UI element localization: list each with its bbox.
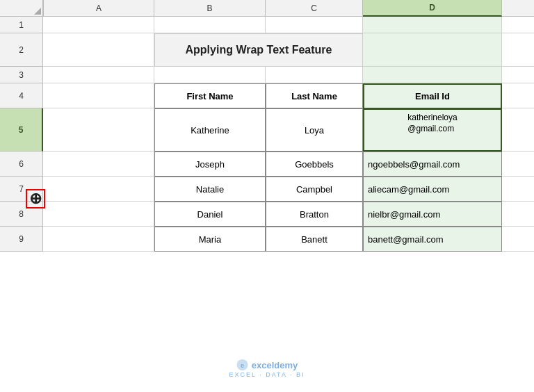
cell-c3[interactable] — [266, 67, 363, 83]
spreadsheet: A B C D E 1 2 3 4 5 6 7 8 9 — [0, 0, 534, 392]
cell-d2[interactable] — [363, 33, 502, 67]
cell-c8[interactable]: Bratton — [266, 202, 363, 227]
col-header-a[interactable]: A — [43, 0, 154, 17]
col-header-c[interactable]: C — [266, 0, 363, 17]
cell-b3[interactable] — [154, 67, 266, 83]
grid-row-5: Katherine Loya katherineloya@gmail.com — [43, 108, 534, 152]
cell-a4[interactable] — [43, 83, 154, 108]
cell-c9[interactable]: Banett — [266, 227, 363, 252]
row-header-9[interactable]: 9 — [0, 227, 43, 252]
grid-row-3 — [43, 67, 534, 83]
grid-row-1 — [43, 17, 534, 33]
cell-d8-value: nielbr@gmail.com — [368, 209, 440, 220]
cell-e7[interactable] — [502, 177, 534, 202]
svg-point-0 — [237, 359, 248, 370]
header-lastname: Last Name — [291, 91, 337, 101]
cell-c5-value: Loya — [305, 125, 324, 136]
grid-row-8: Daniel Bratton nielbr@gmail.com — [43, 202, 534, 227]
cell-b9-value: Maria — [199, 234, 222, 245]
row-header-1[interactable]: 1 — [0, 17, 43, 33]
row-header-6[interactable]: 6 — [0, 152, 43, 177]
cell-b9[interactable]: Maria — [154, 227, 266, 252]
watermark-tagline: EXCEL · DATA · BI — [229, 371, 305, 378]
col-header-e[interactable]: E — [502, 0, 534, 17]
col-header-d[interactable]: D — [363, 0, 502, 17]
grid-row-2: Applying Wrap Text Feature — [43, 33, 534, 67]
cell-e5[interactable] — [502, 108, 534, 152]
header-email: Email Id — [415, 91, 450, 101]
cell-d7[interactable]: aliecam@gmail.com — [363, 177, 502, 202]
cell-e9[interactable] — [502, 227, 534, 252]
cell-a7[interactable] — [43, 177, 154, 202]
cell-d6-value: ngoebbels@gmail.com — [368, 159, 460, 170]
cell-b1[interactable] — [154, 17, 266, 33]
cell-b4-firstname[interactable]: First Name — [154, 83, 266, 108]
col-header-b[interactable]: B — [154, 0, 266, 17]
watermark-brand: exceldemy — [252, 360, 298, 370]
cell-b5[interactable]: Katherine — [154, 108, 266, 152]
cell-a6[interactable] — [43, 152, 154, 177]
cell-c7-value: Campbel — [296, 184, 332, 195]
cell-d1[interactable] — [363, 17, 502, 33]
cell-b6-value: Joseph — [195, 159, 225, 170]
cell-c8-value: Bratton — [300, 209, 329, 220]
cell-c4-lastname[interactable]: Last Name — [266, 83, 363, 108]
cell-e8[interactable] — [502, 202, 534, 227]
move-border — [26, 189, 45, 209]
row-header-5[interactable]: 5 — [0, 108, 43, 152]
cell-b7[interactable]: Natalie — [154, 177, 266, 202]
cell-e2[interactable] — [502, 33, 534, 67]
grid-row-6: Joseph Goebbels ngoebbels@gmail.com — [43, 152, 534, 177]
cell-c9-value: Banett — [301, 234, 327, 245]
grid-row-7: Natalie Campbel aliecam@gmail.com — [43, 177, 534, 202]
cell-b5-value: Katherine — [191, 125, 229, 136]
spreadsheet-title: Applying Wrap Text Feature — [186, 44, 332, 56]
cell-d7-value: aliecam@gmail.com — [368, 184, 449, 195]
svg-text:e: e — [241, 362, 244, 369]
cell-c6[interactable]: Goebbels — [266, 152, 363, 177]
cell-b8[interactable]: Daniel — [154, 202, 266, 227]
cell-d5[interactable]: katherineloya@gmail.com — [363, 108, 502, 152]
cell-e4[interactable] — [502, 83, 534, 108]
move-cursor-icon: ⊕ — [23, 186, 48, 211]
cell-a3[interactable] — [43, 67, 154, 83]
grid-area: Applying Wrap Text Feature First Name La… — [43, 17, 534, 252]
cell-c6-value: Goebbels — [295, 159, 334, 170]
cell-d6[interactable]: ngoebbels@gmail.com — [363, 152, 502, 177]
cell-b6[interactable]: Joseph — [154, 152, 266, 177]
row-header-3[interactable]: 3 — [0, 67, 43, 83]
column-headers: A B C D E — [43, 0, 534, 17]
watermark-logo-icon: e — [236, 359, 249, 371]
cell-d9-value: banett@gmail.com — [368, 234, 444, 245]
cell-d8[interactable]: nielbr@gmail.com — [363, 202, 502, 227]
cell-c5[interactable]: Loya — [266, 108, 363, 152]
cell-e1[interactable] — [502, 17, 534, 33]
cell-b7-value: Natalie — [196, 184, 224, 195]
cell-d9[interactable]: banett@gmail.com — [363, 227, 502, 252]
row-headers: 1 2 3 4 5 6 7 8 9 — [0, 17, 43, 252]
cell-b8-value: Daniel — [197, 209, 223, 220]
corner-cell — [0, 0, 43, 17]
watermark: e exceldemy EXCEL · DATA · BI — [229, 359, 305, 378]
cell-c1[interactable] — [266, 17, 363, 33]
cell-e6[interactable] — [502, 152, 534, 177]
cell-a1[interactable] — [43, 17, 154, 33]
row-header-2[interactable]: 2 — [0, 33, 43, 67]
cell-b2-title[interactable]: Applying Wrap Text Feature — [154, 33, 363, 67]
header-firstname: First Name — [186, 91, 233, 101]
cell-a9[interactable] — [43, 227, 154, 252]
cell-d3[interactable] — [363, 67, 502, 83]
cell-d4-email[interactable]: Email Id — [363, 83, 502, 108]
grid-row-9: Maria Banett banett@gmail.com — [43, 227, 534, 252]
cell-a8[interactable] — [43, 202, 154, 227]
cell-a2[interactable] — [43, 33, 154, 67]
grid-row-4: First Name Last Name Email Id — [43, 83, 534, 108]
cell-e3[interactable] — [502, 67, 534, 83]
cell-d5-value: katherineloya@gmail.com — [407, 113, 457, 134]
cell-c7[interactable]: Campbel — [266, 177, 363, 202]
row-header-4[interactable]: 4 — [0, 83, 43, 108]
cell-a5[interactable] — [43, 108, 154, 152]
